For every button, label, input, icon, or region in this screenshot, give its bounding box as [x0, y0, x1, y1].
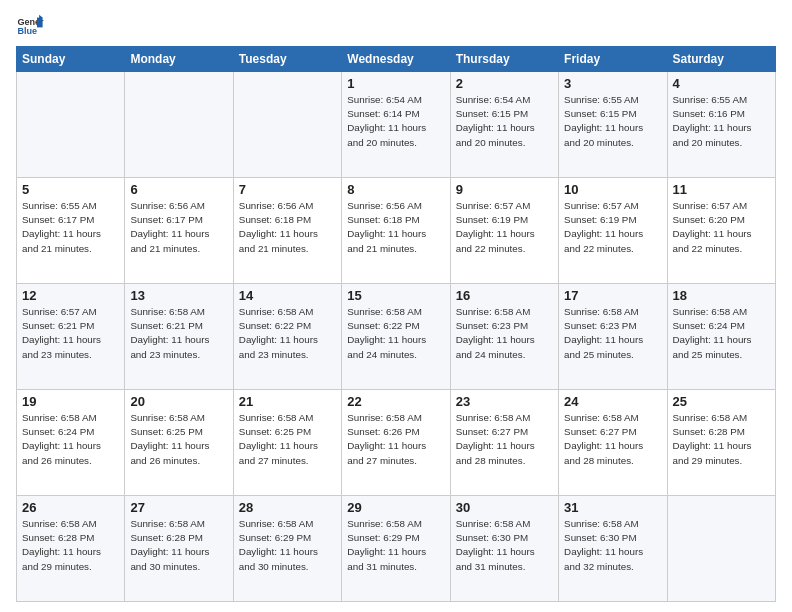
day-info: Sunrise: 6:58 AM Sunset: 6:23 PM Dayligh… — [564, 305, 661, 362]
calendar-cell: 15Sunrise: 6:58 AM Sunset: 6:22 PM Dayli… — [342, 284, 450, 390]
day-number: 2 — [456, 76, 553, 91]
weekday-header-sunday: Sunday — [17, 47, 125, 72]
calendar-week-row: 19Sunrise: 6:58 AM Sunset: 6:24 PM Dayli… — [17, 390, 776, 496]
day-number: 23 — [456, 394, 553, 409]
calendar-cell: 7Sunrise: 6:56 AM Sunset: 6:18 PM Daylig… — [233, 178, 341, 284]
day-number: 22 — [347, 394, 444, 409]
calendar-cell: 1Sunrise: 6:54 AM Sunset: 6:14 PM Daylig… — [342, 72, 450, 178]
calendar-cell: 5Sunrise: 6:55 AM Sunset: 6:17 PM Daylig… — [17, 178, 125, 284]
day-number: 3 — [564, 76, 661, 91]
weekday-header-saturday: Saturday — [667, 47, 775, 72]
calendar-body: 1Sunrise: 6:54 AM Sunset: 6:14 PM Daylig… — [17, 72, 776, 602]
day-number: 28 — [239, 500, 336, 515]
day-number: 15 — [347, 288, 444, 303]
calendar-cell — [17, 72, 125, 178]
day-info: Sunrise: 6:58 AM Sunset: 6:21 PM Dayligh… — [130, 305, 227, 362]
calendar-cell: 22Sunrise: 6:58 AM Sunset: 6:26 PM Dayli… — [342, 390, 450, 496]
calendar-cell: 24Sunrise: 6:58 AM Sunset: 6:27 PM Dayli… — [559, 390, 667, 496]
day-info: Sunrise: 6:58 AM Sunset: 6:29 PM Dayligh… — [239, 517, 336, 574]
day-number: 26 — [22, 500, 119, 515]
calendar-cell: 25Sunrise: 6:58 AM Sunset: 6:28 PM Dayli… — [667, 390, 775, 496]
day-info: Sunrise: 6:58 AM Sunset: 6:28 PM Dayligh… — [673, 411, 770, 468]
day-info: Sunrise: 6:54 AM Sunset: 6:14 PM Dayligh… — [347, 93, 444, 150]
day-info: Sunrise: 6:58 AM Sunset: 6:24 PM Dayligh… — [673, 305, 770, 362]
day-info: Sunrise: 6:58 AM Sunset: 6:29 PM Dayligh… — [347, 517, 444, 574]
day-number: 10 — [564, 182, 661, 197]
calendar-week-row: 12Sunrise: 6:57 AM Sunset: 6:21 PM Dayli… — [17, 284, 776, 390]
day-info: Sunrise: 6:58 AM Sunset: 6:28 PM Dayligh… — [130, 517, 227, 574]
calendar-cell: 3Sunrise: 6:55 AM Sunset: 6:15 PM Daylig… — [559, 72, 667, 178]
calendar-cell: 21Sunrise: 6:58 AM Sunset: 6:25 PM Dayli… — [233, 390, 341, 496]
calendar-cell: 4Sunrise: 6:55 AM Sunset: 6:16 PM Daylig… — [667, 72, 775, 178]
day-number: 30 — [456, 500, 553, 515]
day-info: Sunrise: 6:58 AM Sunset: 6:22 PM Dayligh… — [347, 305, 444, 362]
day-info: Sunrise: 6:58 AM Sunset: 6:30 PM Dayligh… — [564, 517, 661, 574]
calendar-cell — [233, 72, 341, 178]
day-number: 11 — [673, 182, 770, 197]
day-info: Sunrise: 6:57 AM Sunset: 6:19 PM Dayligh… — [564, 199, 661, 256]
day-number: 4 — [673, 76, 770, 91]
day-number: 12 — [22, 288, 119, 303]
day-info: Sunrise: 6:58 AM Sunset: 6:25 PM Dayligh… — [130, 411, 227, 468]
calendar-cell: 29Sunrise: 6:58 AM Sunset: 6:29 PM Dayli… — [342, 496, 450, 602]
day-info: Sunrise: 6:55 AM Sunset: 6:15 PM Dayligh… — [564, 93, 661, 150]
weekday-header-friday: Friday — [559, 47, 667, 72]
calendar-cell — [125, 72, 233, 178]
calendar-cell: 18Sunrise: 6:58 AM Sunset: 6:24 PM Dayli… — [667, 284, 775, 390]
day-number: 27 — [130, 500, 227, 515]
day-info: Sunrise: 6:57 AM Sunset: 6:20 PM Dayligh… — [673, 199, 770, 256]
weekday-header-row: SundayMondayTuesdayWednesdayThursdayFrid… — [17, 47, 776, 72]
calendar-cell: 23Sunrise: 6:58 AM Sunset: 6:27 PM Dayli… — [450, 390, 558, 496]
calendar-cell: 11Sunrise: 6:57 AM Sunset: 6:20 PM Dayli… — [667, 178, 775, 284]
day-info: Sunrise: 6:58 AM Sunset: 6:26 PM Dayligh… — [347, 411, 444, 468]
day-number: 9 — [456, 182, 553, 197]
day-number: 21 — [239, 394, 336, 409]
day-number: 16 — [456, 288, 553, 303]
calendar-week-row: 5Sunrise: 6:55 AM Sunset: 6:17 PM Daylig… — [17, 178, 776, 284]
day-number: 29 — [347, 500, 444, 515]
day-info: Sunrise: 6:56 AM Sunset: 6:18 PM Dayligh… — [239, 199, 336, 256]
calendar-cell: 9Sunrise: 6:57 AM Sunset: 6:19 PM Daylig… — [450, 178, 558, 284]
day-info: Sunrise: 6:56 AM Sunset: 6:18 PM Dayligh… — [347, 199, 444, 256]
svg-text:Blue: Blue — [17, 26, 37, 36]
day-info: Sunrise: 6:58 AM Sunset: 6:23 PM Dayligh… — [456, 305, 553, 362]
calendar-week-row: 26Sunrise: 6:58 AM Sunset: 6:28 PM Dayli… — [17, 496, 776, 602]
day-info: Sunrise: 6:54 AM Sunset: 6:15 PM Dayligh… — [456, 93, 553, 150]
calendar-table: SundayMondayTuesdayWednesdayThursdayFrid… — [16, 46, 776, 602]
calendar-week-row: 1Sunrise: 6:54 AM Sunset: 6:14 PM Daylig… — [17, 72, 776, 178]
calendar-cell: 20Sunrise: 6:58 AM Sunset: 6:25 PM Dayli… — [125, 390, 233, 496]
calendar-cell: 28Sunrise: 6:58 AM Sunset: 6:29 PM Dayli… — [233, 496, 341, 602]
day-number: 19 — [22, 394, 119, 409]
calendar-cell: 10Sunrise: 6:57 AM Sunset: 6:19 PM Dayli… — [559, 178, 667, 284]
day-info: Sunrise: 6:57 AM Sunset: 6:21 PM Dayligh… — [22, 305, 119, 362]
day-number: 7 — [239, 182, 336, 197]
calendar-cell: 16Sunrise: 6:58 AM Sunset: 6:23 PM Dayli… — [450, 284, 558, 390]
day-number: 18 — [673, 288, 770, 303]
calendar-cell: 12Sunrise: 6:57 AM Sunset: 6:21 PM Dayli… — [17, 284, 125, 390]
day-number: 14 — [239, 288, 336, 303]
day-number: 31 — [564, 500, 661, 515]
logo-icon: General Blue — [16, 12, 44, 40]
weekday-header-tuesday: Tuesday — [233, 47, 341, 72]
day-number: 17 — [564, 288, 661, 303]
day-info: Sunrise: 6:55 AM Sunset: 6:17 PM Dayligh… — [22, 199, 119, 256]
calendar-cell: 19Sunrise: 6:58 AM Sunset: 6:24 PM Dayli… — [17, 390, 125, 496]
weekday-header-wednesday: Wednesday — [342, 47, 450, 72]
calendar-cell — [667, 496, 775, 602]
day-number: 6 — [130, 182, 227, 197]
day-info: Sunrise: 6:58 AM Sunset: 6:25 PM Dayligh… — [239, 411, 336, 468]
day-number: 8 — [347, 182, 444, 197]
calendar-cell: 31Sunrise: 6:58 AM Sunset: 6:30 PM Dayli… — [559, 496, 667, 602]
weekday-header-thursday: Thursday — [450, 47, 558, 72]
day-number: 13 — [130, 288, 227, 303]
day-number: 5 — [22, 182, 119, 197]
day-number: 1 — [347, 76, 444, 91]
day-info: Sunrise: 6:58 AM Sunset: 6:27 PM Dayligh… — [564, 411, 661, 468]
day-info: Sunrise: 6:58 AM Sunset: 6:22 PM Dayligh… — [239, 305, 336, 362]
calendar-cell: 27Sunrise: 6:58 AM Sunset: 6:28 PM Dayli… — [125, 496, 233, 602]
day-number: 24 — [564, 394, 661, 409]
calendar-cell: 2Sunrise: 6:54 AM Sunset: 6:15 PM Daylig… — [450, 72, 558, 178]
logo: General Blue — [16, 12, 48, 40]
day-info: Sunrise: 6:55 AM Sunset: 6:16 PM Dayligh… — [673, 93, 770, 150]
calendar-cell: 26Sunrise: 6:58 AM Sunset: 6:28 PM Dayli… — [17, 496, 125, 602]
